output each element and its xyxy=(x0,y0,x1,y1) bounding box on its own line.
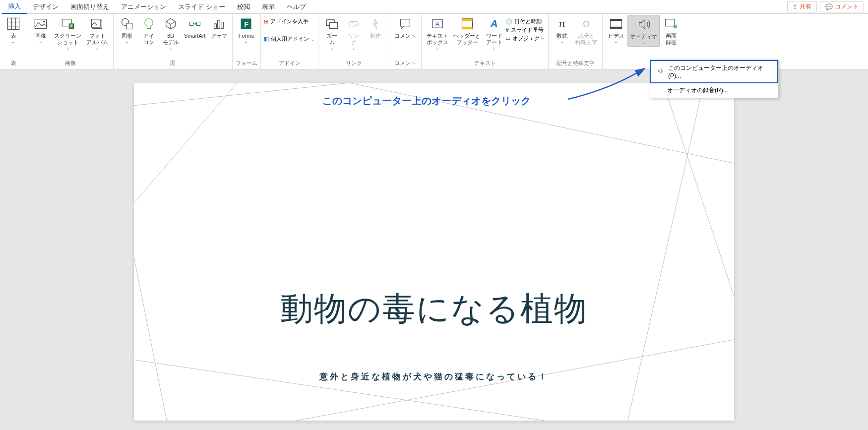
zoom-button[interactable]: ズー ム⌄ xyxy=(321,15,342,52)
record-audio-item[interactable]: オーディオの録音(R)... xyxy=(650,83,778,98)
header-footer-button[interactable]: ヘッダーと フッター xyxy=(451,15,483,47)
group-illustrations: 図形⌄ アイ コン 3D モデル⌄ SmartArt グラフ 図 xyxy=(114,14,233,69)
datetime-button[interactable]: 🕐日付と時刻 xyxy=(505,18,545,25)
speaker-icon xyxy=(657,67,664,76)
table-icon xyxy=(5,16,21,32)
group-table: 表⌄ 表 xyxy=(0,14,27,69)
textbox-button[interactable]: A テキスト ボックス⌄ xyxy=(425,15,450,52)
svg-rect-38 xyxy=(611,27,622,29)
chart-button[interactable]: グラフ xyxy=(208,15,229,40)
group-forms: F Forms⌄ フォーム xyxy=(233,14,261,69)
slide[interactable]: 動物の毒になる植物 意外と身近な植物が犬や猫の猛毒になっている！ xyxy=(134,83,734,421)
photo-album-button[interactable]: フォト アルバム⌄ xyxy=(84,15,110,52)
group-addins: ⊞アドインを入手 ◧個人用アドイン⌄ アドイン xyxy=(261,14,318,69)
group-symbols: π 数式⌄ Ω 記号と 特殊文字 記号と特殊文字 xyxy=(549,14,603,69)
table-button[interactable]: 表⌄ xyxy=(3,15,24,46)
svg-rect-5 xyxy=(35,19,46,29)
slide-title[interactable]: 動物の毒になる植物 xyxy=(134,287,734,331)
group-comments: コメント コメント xyxy=(389,14,422,69)
svg-rect-21 xyxy=(218,20,220,28)
audio-dropdown: このコンピューター上のオーディオ(P)... オーディオの録音(R)... xyxy=(650,60,779,98)
screen-recording-button[interactable]: + 画面 録画 xyxy=(661,15,682,47)
store-icon: ⊞ xyxy=(264,18,268,25)
action-button: 動作 xyxy=(365,15,386,40)
get-addins-button[interactable]: ⊞アドインを入手 xyxy=(264,18,315,25)
share-icon: ⇪ xyxy=(793,3,798,10)
icons-button[interactable]: アイ コン xyxy=(138,15,159,47)
group-links: ズー ム⌄ リン ク⌄ 動作 リンク xyxy=(318,14,389,69)
tab-animations[interactable]: アニメーション xyxy=(115,0,172,13)
3dmodel-button[interactable]: 3D モデル⌄ xyxy=(160,15,181,52)
tab-transitions[interactable]: 画面切り替え xyxy=(64,0,115,13)
comment-button-top[interactable]: 💬コメント xyxy=(820,1,864,12)
tab-view[interactable]: 表示 xyxy=(256,0,281,13)
smartart-icon xyxy=(187,16,203,32)
svg-line-47 xyxy=(655,83,734,421)
forms-button[interactable]: F Forms⌄ xyxy=(236,15,256,46)
ribbon-tabs: 挿入 デザイン 画面切り替え アニメーション スライド ショー 校閲 表示 ヘル… xyxy=(0,0,868,14)
3d-icon xyxy=(163,16,179,32)
svg-rect-31 xyxy=(462,19,472,21)
chart-icon xyxy=(211,16,227,32)
tab-design[interactable]: デザイン xyxy=(27,0,64,13)
audio-button[interactable]: オーディオ⌄ xyxy=(627,15,660,47)
video-icon xyxy=(608,16,624,32)
group-images: 画像⌄ + スクリーン ショット⌄ フォト アルバム⌄ 画像 xyxy=(27,14,114,69)
object-button[interactable]: ▭オブジェクト xyxy=(505,35,545,42)
svg-rect-26 xyxy=(330,23,338,29)
svg-rect-13 xyxy=(126,23,132,29)
tutorial-annotation: このコンピューター上のオーディオをクリック xyxy=(322,94,531,108)
svg-rect-37 xyxy=(611,19,622,21)
my-addins-button[interactable]: ◧個人用アドイン⌄ xyxy=(264,35,315,43)
comment-icon: 💬 xyxy=(825,3,833,10)
svg-rect-0 xyxy=(7,18,19,29)
audio-icon xyxy=(636,16,652,32)
screenrec-icon: + xyxy=(663,16,679,32)
tab-review[interactable]: 校閲 xyxy=(231,0,256,13)
equation-icon: π xyxy=(554,16,570,32)
textbox-icon: A xyxy=(430,16,445,32)
smartart-button[interactable]: SmartArt xyxy=(182,15,207,40)
wordart-icon: A xyxy=(486,16,502,32)
wordart-button[interactable]: A ワード アート⌄ xyxy=(484,15,504,52)
svg-text:+: + xyxy=(70,23,72,28)
icons-icon xyxy=(141,16,157,32)
svg-rect-22 xyxy=(221,22,224,29)
tab-insert[interactable]: 挿入 xyxy=(2,0,27,14)
svg-point-6 xyxy=(43,21,45,23)
images-button[interactable]: 画像⌄ xyxy=(30,15,51,46)
svg-text:F: F xyxy=(245,20,249,28)
svg-text:Ω: Ω xyxy=(583,19,590,29)
svg-line-51 xyxy=(134,356,734,421)
svg-rect-16 xyxy=(189,22,193,26)
svg-marker-43 xyxy=(658,68,661,73)
tab-slideshow[interactable]: スライド ショー xyxy=(172,0,231,13)
shapes-button[interactable]: 図形⌄ xyxy=(117,15,137,46)
slide-canvas: 動物の毒になる植物 意外と身近な植物が犬や猫の猛毒になっている！ xyxy=(0,69,868,430)
link-icon xyxy=(346,16,362,32)
insert-comment-button[interactable]: コメント xyxy=(392,15,418,40)
equation-button[interactable]: π 数式⌄ xyxy=(552,15,572,46)
object-icon: ▭ xyxy=(505,35,510,42)
slidenumber-button[interactable]: #スライド番号 xyxy=(505,26,545,34)
tab-help[interactable]: ヘルプ xyxy=(281,0,312,13)
svg-rect-32 xyxy=(462,27,472,29)
share-button[interactable]: ⇪共有 xyxy=(787,1,817,12)
screenshot-icon: + xyxy=(60,16,76,32)
screenshot-button[interactable]: + スクリーン ショット⌄ xyxy=(52,15,83,52)
svg-rect-40 xyxy=(666,19,675,26)
video-button[interactable]: ビデオ⌄ xyxy=(606,15,626,46)
group-text: A テキスト ボックス⌄ ヘッダーと フッター A ワード アート⌄ 🕐日付と時… xyxy=(422,14,549,69)
svg-rect-17 xyxy=(196,22,200,26)
action-icon xyxy=(368,16,383,32)
svg-marker-39 xyxy=(639,20,645,29)
audio-from-computer-item[interactable]: このコンピューター上のオーディオ(P)... xyxy=(650,60,778,83)
svg-text:A: A xyxy=(490,18,498,29)
image-icon xyxy=(33,16,49,32)
header-icon xyxy=(459,16,475,32)
svg-line-49 xyxy=(134,83,258,232)
slide-subtitle[interactable]: 意外と身近な植物が犬や猫の猛毒になっている！ xyxy=(134,371,734,382)
zoom-icon xyxy=(324,16,340,32)
svg-marker-27 xyxy=(373,19,378,29)
svg-text:+: + xyxy=(675,25,677,29)
